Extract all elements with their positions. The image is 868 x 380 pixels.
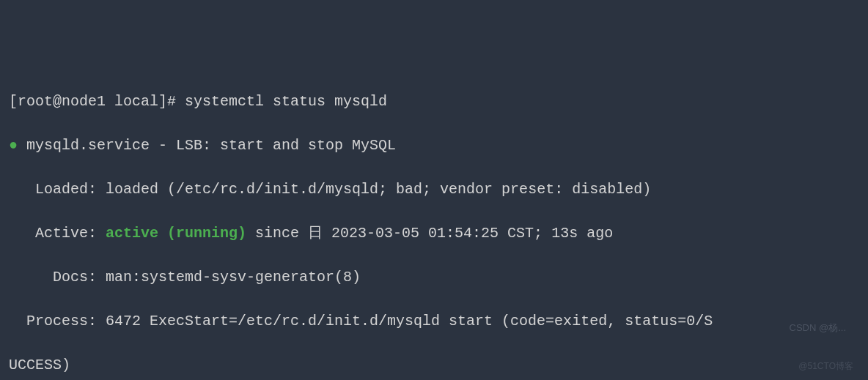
shell-prompt: [root@node1 local]# (9, 93, 185, 110)
status-bullet-icon: ● (9, 137, 18, 154)
docs-line: Docs: man:systemd-sysv-generator(8) (9, 269, 361, 286)
loaded-value: loaded (/etc/rc.d/init.d/mysqld; bad; ve… (106, 181, 651, 198)
process-line: Process: 6472 ExecStart=/etc/rc.d/init.d… (9, 313, 713, 329)
command-text: systemctl status mysqld (185, 93, 387, 110)
terminal-line-2: ● mysqld.service - LSB: start and stop M… (9, 135, 859, 157)
service-name: mysqld.service - LSB: start and stop MyS… (18, 137, 396, 154)
terminal-line-3: Loaded: loaded (/etc/rc.d/init.d/mysqld;… (9, 179, 859, 201)
loaded-label: Loaded: (9, 181, 106, 198)
terminal-line-1: [root@node1 local]# systemctl status mys… (9, 91, 859, 113)
terminal-line-7: UCCESS) (9, 354, 859, 376)
terminal-line-5: Docs: man:systemd-sysv-generator(8) (9, 267, 859, 288)
watermark-csdn: CSDN @杨... (790, 321, 846, 335)
process-cont: UCCESS) (9, 357, 70, 373)
watermark-51cto: @51CTO博客 (798, 359, 853, 373)
active-since: since 日 2023-03-05 01:54:25 CST; 13s ago (246, 225, 613, 242)
active-label: Active: (9, 225, 106, 242)
active-status: active (running) (106, 225, 246, 242)
terminal-line-4: Active: active (running) since 日 2023-03… (9, 223, 859, 245)
terminal-line-6: Process: 6472 ExecStart=/etc/rc.d/init.d… (9, 310, 859, 332)
